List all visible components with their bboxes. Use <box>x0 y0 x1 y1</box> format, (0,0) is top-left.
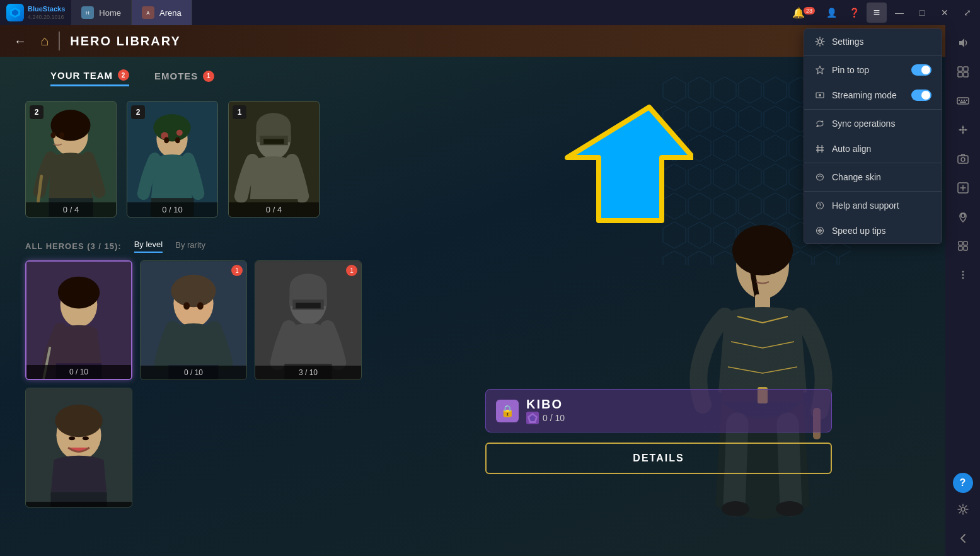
menu-sync-operations[interactable]: Sync operations <box>804 111 942 136</box>
hero-card-2[interactable]: 2 0 / 10 <box>127 101 218 217</box>
notification-area[interactable]: 🔔 23 <box>792 7 819 19</box>
title-bar: BlueStacks 4.240.20.1016 H Home A Arena … <box>0 0 980 25</box>
sidebar-expand-icon[interactable] <box>950 175 976 200</box>
close-button[interactable]: ✕ <box>935 3 955 23</box>
home-icon[interactable]: ⌂ <box>40 33 49 49</box>
back-button[interactable]: ← <box>10 31 30 51</box>
hero-thumb-img-1 <box>26 262 131 379</box>
svg-point-95 <box>961 214 965 217</box>
minimize-button[interactable]: — <box>889 3 909 23</box>
svg-point-102 <box>962 277 964 279</box>
pin-to-top-label: Pin to top <box>832 65 869 75</box>
tab-emotes[interactable]: EMOTES 1 <box>154 71 214 86</box>
all-heroes-header: ALL HEROES (3 / 15): By level By rarity <box>25 240 466 253</box>
sidebar-sync-icon[interactable] <box>950 233 976 258</box>
menu-help-support[interactable]: Help and support <box>804 193 942 218</box>
sidebar-keyboard-icon[interactable] <box>950 88 976 113</box>
tab-arena[interactable]: A Arena <box>132 0 192 25</box>
details-button[interactable]: DETAILS <box>485 443 832 474</box>
emotes-badge: 1 <box>203 71 214 82</box>
tab-arena-label: Arena <box>159 8 182 18</box>
sidebar-location-icon[interactable] <box>950 204 976 229</box>
account-button[interactable]: 👤 <box>821 3 841 23</box>
hero-thumb-footer-2: 0 / 10 <box>141 366 246 379</box>
svg-point-48 <box>197 302 204 310</box>
pin-to-top-toggle[interactable] <box>911 64 931 76</box>
hero-card-footer-2: 0 / 10 <box>127 202 217 217</box>
bluestacks-logo <box>6 4 24 21</box>
svg-rect-92 <box>958 156 968 163</box>
tab-home-label: Home <box>99 8 121 18</box>
tab-your-team[interactable]: YOUR TEAM 2 <box>50 69 129 86</box>
svg-point-28 <box>153 114 190 141</box>
svg-rect-81 <box>964 72 968 77</box>
menu-divider-2 <box>804 109 942 110</box>
emotes-label: EMOTES <box>154 71 198 81</box>
svg-marker-89 <box>965 129 967 131</box>
menu-speed-up-tips[interactable]: Speed up tips <box>804 218 942 243</box>
hero-level-1: 2 <box>30 105 43 119</box>
hero-level-2: 2 <box>131 105 145 119</box>
svg-rect-86 <box>966 100 967 101</box>
sidebar-more-icon[interactable] <box>950 262 976 287</box>
sort-by-level[interactable]: By level <box>134 240 163 253</box>
hero-thumb-2[interactable]: 1 0 / 10 <box>140 260 247 380</box>
sidebar-screenshot-icon[interactable] <box>950 146 976 171</box>
svg-point-33 <box>175 137 180 143</box>
expand-button[interactable]: ⤢ <box>957 3 977 23</box>
kibo-panel: 🔒 KIBO 0 / 10 DETAILS <box>485 389 832 474</box>
kibo-shard-icon <box>526 412 539 424</box>
menu-auto-align[interactable]: Auto align <box>804 136 942 161</box>
hero-thumb-img-4 <box>26 388 132 507</box>
svg-rect-71 <box>817 145 819 153</box>
svg-point-25 <box>59 132 64 139</box>
svg-marker-91 <box>962 132 964 134</box>
hero-thumb-badge-3: 1 <box>346 265 357 276</box>
menu-settings[interactable]: Settings <box>804 29 942 54</box>
svg-point-66 <box>819 94 821 96</box>
sidebar-resize-icon[interactable] <box>950 117 976 142</box>
menu-change-skin[interactable]: Change skin <box>804 165 942 190</box>
sidebar-back-icon[interactable] <box>950 526 976 551</box>
tab-home-icon: H <box>81 6 94 19</box>
sidebar-help-icon[interactable]: ? <box>953 473 973 493</box>
header-divider <box>59 32 60 50</box>
settings-icon <box>814 36 826 47</box>
hero-thumb-1[interactable]: 0 / 10 <box>25 260 132 380</box>
hero-thumb-4[interactable] <box>25 388 132 507</box>
hero-thumb-footer-3: 3 / 10 <box>255 366 361 379</box>
all-heroes-label: ALL HEROES (3 / 15): <box>25 241 122 251</box>
svg-point-101 <box>962 274 964 276</box>
change-skin-icon <box>814 171 826 183</box>
streaming-mode-toggle[interactable] <box>911 90 931 101</box>
hero-card-3[interactable]: 1 0 / 4 <box>228 101 320 217</box>
help-button[interactable]: ❓ <box>844 3 864 23</box>
hero-card-1[interactable]: 2 0 / 4 <box>25 101 117 217</box>
svg-rect-78 <box>958 67 962 71</box>
menu-divider-1 <box>804 55 942 56</box>
menu-streaming-mode[interactable]: Streaming mode <box>804 83 942 108</box>
svg-point-9 <box>732 225 793 275</box>
maximize-button[interactable]: □ <box>912 3 932 23</box>
svg-point-74 <box>819 207 820 207</box>
svg-marker-90 <box>962 126 964 128</box>
tab-home[interactable]: H Home <box>71 0 132 25</box>
heroes-grid: 0 / 10 1 <box>25 260 466 507</box>
auto-align-icon <box>814 143 826 154</box>
streaming-icon <box>814 90 826 101</box>
menu-button[interactable]: ≡ <box>867 3 887 23</box>
sort-by-rarity[interactable]: By rarity <box>175 240 205 252</box>
sidebar-volume-icon[interactable] <box>950 30 976 55</box>
hero-card-footer-3: 0 / 4 <box>229 202 319 217</box>
streaming-mode-label: Streaming mode <box>832 90 897 100</box>
notification-badge: 23 <box>804 7 815 14</box>
svg-point-103 <box>961 507 965 511</box>
svg-point-93 <box>961 158 965 161</box>
sidebar-settings-icon[interactable] <box>950 497 976 522</box>
svg-point-64 <box>818 40 822 43</box>
hero-thumb-3[interactable]: 1 3 / 10 <box>255 260 362 380</box>
sidebar-layout-icon[interactable] <box>950 59 976 84</box>
svg-rect-96 <box>959 241 962 245</box>
menu-pin-to-top[interactable]: Pin to top <box>804 57 942 83</box>
bluestacks-logo-area: BlueStacks 4.240.20.1016 <box>0 0 71 25</box>
